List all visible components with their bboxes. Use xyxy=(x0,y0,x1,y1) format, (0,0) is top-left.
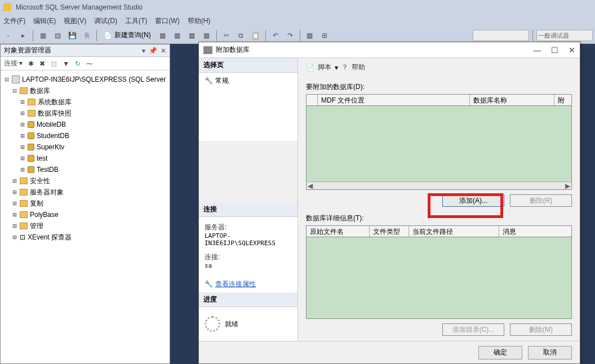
undo-icon[interactable]: ↶ xyxy=(269,29,282,42)
folder-icon xyxy=(20,223,28,229)
cut-icon[interactable]: ✂ xyxy=(220,29,233,42)
databases-node[interactable]: ⊟数据库 xyxy=(4,85,166,96)
q4-icon[interactable]: ▦ xyxy=(201,29,213,42)
menu-tools[interactable]: 工具(T) xyxy=(125,16,147,26)
connect-button[interactable]: 连接 ▾ xyxy=(4,59,23,68)
close-panel-icon[interactable]: ✕ xyxy=(161,47,166,55)
dialog-titlebar[interactable]: 附加数据库 — ☐ ✕ xyxy=(199,42,580,58)
nav-back-icon[interactable]: ◦ xyxy=(2,29,15,42)
object-explorer-title: 对象资源管理器 ▾ 📌 ✕ xyxy=(1,45,170,57)
db-test[interactable]: ⊞test xyxy=(4,153,166,164)
new-project-icon[interactable]: ▦ xyxy=(37,29,49,42)
dialog-right-pane: 📄 脚本 ▾ ？ 帮助 要附加的数据库(D): MDF 文件位置 数据库名称 附… xyxy=(298,58,580,341)
paste-icon[interactable]: 📋 xyxy=(250,29,262,42)
menu-window[interactable]: 窗口(W) xyxy=(155,16,179,26)
dropdown-icon[interactable]: ▾ xyxy=(142,47,145,55)
stop-icon[interactable]: ✖ xyxy=(39,60,45,68)
mgmt-node[interactable]: ⊞管理 xyxy=(4,220,166,232)
folder-icon xyxy=(20,211,28,218)
script-button[interactable]: 脚本 xyxy=(318,63,331,72)
disconnect-icon[interactable]: ✱ xyxy=(28,60,34,68)
db-studentdb[interactable]: ⊞StudentDB xyxy=(4,130,166,141)
polybase-node[interactable]: ⊞PolyBase xyxy=(4,209,166,220)
remove-m-button: 删除(M) xyxy=(510,323,572,336)
add-button[interactable]: 添加(A)... xyxy=(442,194,504,207)
menu-help[interactable]: 帮助(H) xyxy=(188,16,211,26)
maximize-icon[interactable]: ☐ xyxy=(551,46,558,55)
save-icon[interactable]: 💾 xyxy=(66,29,78,42)
page-general[interactable]: 🔧常规 xyxy=(199,73,298,141)
refresh-icon[interactable]: ↻ xyxy=(75,60,81,68)
redo-icon[interactable]: ↷ xyxy=(284,29,296,42)
attach-label: 要附加的数据库(D): xyxy=(306,82,572,92)
col-dbname[interactable]: 数据库名称 xyxy=(470,95,554,105)
menu-view[interactable]: 视图(V) xyxy=(64,16,86,26)
debugger-combo[interactable]: 一般调试器 xyxy=(536,30,593,41)
server-node[interactable]: ⊟LAPTOP-IN3E6IJP\SQLEXPRESS (SQL Server xyxy=(4,74,166,85)
q1-icon[interactable]: ▦ xyxy=(157,29,169,42)
database-details-grid[interactable]: 原始文件名 文件类型 当前文件路径 消息 xyxy=(306,225,572,319)
new-query-button[interactable]: 📄 新建查询(N) xyxy=(100,30,154,40)
col-mdf[interactable]: MDF 文件位置 xyxy=(318,95,470,105)
remove-button: 删除(R) xyxy=(510,194,572,207)
help-button[interactable]: 帮助 xyxy=(352,63,365,72)
filter-icon[interactable]: ▤ xyxy=(51,60,57,68)
folder-icon xyxy=(20,189,28,196)
nav-fwd-icon[interactable]: ▸ xyxy=(17,29,29,42)
filter2-icon[interactable]: ▼ xyxy=(63,60,69,68)
security-node[interactable]: ⊞安全性 xyxy=(4,175,166,187)
serverobj-node[interactable]: ⊞服务器对象 xyxy=(4,187,166,198)
connection-header: 连接 xyxy=(199,202,298,217)
menu-file[interactable]: 文件(F) xyxy=(3,16,25,26)
server-icon xyxy=(12,76,20,83)
folder-icon xyxy=(20,200,28,207)
col-orig[interactable]: 原始文件名 xyxy=(307,226,370,237)
pin-icon[interactable]: 📌 xyxy=(149,47,157,55)
db-testdb[interactable]: ⊞TestDB xyxy=(4,164,166,175)
db-mobiledb[interactable]: ⊞MobileDB xyxy=(4,119,166,130)
q2-icon[interactable]: ▦ xyxy=(171,29,184,42)
db-combo[interactable] xyxy=(473,30,529,41)
dialog-footer: 确定 取消 xyxy=(199,341,580,363)
db-superktv[interactable]: ⊞SuperKtv xyxy=(4,141,166,153)
dialog-icon xyxy=(203,46,212,54)
sysdb-node[interactable]: ⊞系统数据库 xyxy=(4,96,166,108)
replication-node[interactable]: ⊞复制 xyxy=(4,198,166,209)
databases-to-attach-grid[interactable]: MDF 文件位置 数据库名称 附 ◀▶ xyxy=(306,94,572,190)
saveall-icon[interactable]: ⎘ xyxy=(81,29,93,42)
grid-icon[interactable]: ⊞ xyxy=(318,29,331,42)
activity-icon[interactable]: ⁓ xyxy=(86,60,93,68)
col-att[interactable]: 附 xyxy=(554,95,571,105)
detail-label: 数据库详细信息(T): xyxy=(306,214,572,223)
view-conn-props-link[interactable]: 查看连接属性 xyxy=(215,279,256,289)
select-page-header: 选择页 xyxy=(199,58,298,73)
xevent-node[interactable]: ⊞⊡XEvent 探查器 xyxy=(4,232,166,243)
snapshot-node[interactable]: ⊞数据库快照 xyxy=(4,108,166,119)
copy-icon[interactable]: ⧉ xyxy=(235,29,247,42)
dialog-title: 附加数据库 xyxy=(216,45,250,55)
ok-button[interactable]: 确定 xyxy=(478,346,522,359)
object-explorer-panel: 对象资源管理器 ▾ 📌 ✕ 连接 ▾ ✱ ✖ ▤ ▼ ↻ ⁓ ⊟LAPTOP-I… xyxy=(0,44,170,364)
open-icon[interactable]: ▤ xyxy=(51,29,64,42)
minimize-icon[interactable]: — xyxy=(533,46,541,55)
app-titlebar: Microsoft SQL Server Management Studio xyxy=(0,0,595,15)
database-icon xyxy=(28,144,34,150)
help-icon: ？ xyxy=(341,63,348,72)
database-icon xyxy=(28,166,34,173)
cancel-button[interactable]: 取消 xyxy=(528,346,572,359)
dropdown-icon[interactable]: ▾ xyxy=(335,64,338,72)
col-type[interactable]: 文件类型 xyxy=(370,226,409,237)
col-path[interactable]: 当前文件路径 xyxy=(409,226,499,237)
grid-scrollbar[interactable]: ◀▶ xyxy=(307,181,571,189)
object-tree[interactable]: ⊟LAPTOP-IN3E6IJP\SQLEXPRESS (SQL Server … xyxy=(1,70,170,363)
menu-edit[interactable]: 编辑(E) xyxy=(33,16,56,26)
col-msg[interactable]: 消息 xyxy=(499,226,571,237)
q3-icon[interactable]: ▦ xyxy=(186,29,198,42)
close-icon[interactable]: ✕ xyxy=(569,46,575,55)
exec-icon[interactable]: ▦ xyxy=(304,29,316,42)
menu-debug[interactable]: 调试(D) xyxy=(94,16,117,26)
wrench-icon: 🔧 xyxy=(205,280,213,288)
folder-icon xyxy=(28,99,35,105)
connection-info: 服务器: LAPTOP-IN3E6IJP\SQLEXPRESS 连接: sa 🔧… xyxy=(199,217,298,292)
app-title: Microsoft SQL Server Management Studio xyxy=(16,3,143,11)
